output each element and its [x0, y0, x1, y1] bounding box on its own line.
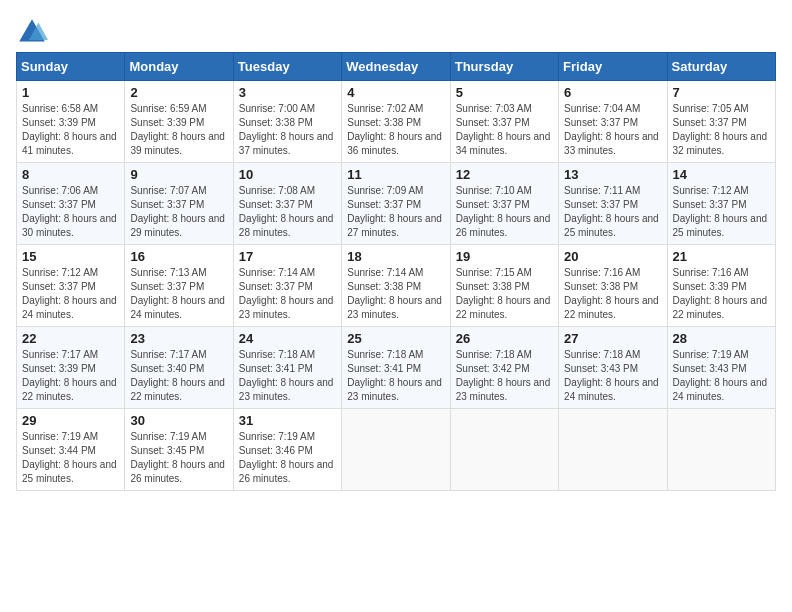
- day-info: Sunrise: 7:09 AMSunset: 3:37 PMDaylight:…: [347, 184, 444, 240]
- day-info: Sunrise: 7:04 AMSunset: 3:37 PMDaylight:…: [564, 102, 661, 158]
- day-info: Sunrise: 7:00 AMSunset: 3:38 PMDaylight:…: [239, 102, 336, 158]
- calendar-cell: 6Sunrise: 7:04 AMSunset: 3:37 PMDaylight…: [559, 81, 667, 163]
- calendar-cell: 10Sunrise: 7:08 AMSunset: 3:37 PMDayligh…: [233, 163, 341, 245]
- weekday-header-row: SundayMondayTuesdayWednesdayThursdayFrid…: [17, 53, 776, 81]
- day-info: Sunrise: 6:58 AMSunset: 3:39 PMDaylight:…: [22, 102, 119, 158]
- calendar-cell: 15Sunrise: 7:12 AMSunset: 3:37 PMDayligh…: [17, 245, 125, 327]
- day-info: Sunrise: 7:18 AMSunset: 3:41 PMDaylight:…: [239, 348, 336, 404]
- calendar-cell: 20Sunrise: 7:16 AMSunset: 3:38 PMDayligh…: [559, 245, 667, 327]
- day-info: Sunrise: 7:10 AMSunset: 3:37 PMDaylight:…: [456, 184, 553, 240]
- day-number: 18: [347, 249, 444, 264]
- logo: [16, 16, 54, 48]
- day-info: Sunrise: 7:08 AMSunset: 3:37 PMDaylight:…: [239, 184, 336, 240]
- calendar-cell: [667, 409, 775, 491]
- weekday-header-wednesday: Wednesday: [342, 53, 450, 81]
- day-info: Sunrise: 7:06 AMSunset: 3:37 PMDaylight:…: [22, 184, 119, 240]
- day-info: Sunrise: 7:19 AMSunset: 3:45 PMDaylight:…: [130, 430, 227, 486]
- calendar-week-row: 22Sunrise: 7:17 AMSunset: 3:39 PMDayligh…: [17, 327, 776, 409]
- day-info: Sunrise: 7:18 AMSunset: 3:42 PMDaylight:…: [456, 348, 553, 404]
- calendar-cell: 30Sunrise: 7:19 AMSunset: 3:45 PMDayligh…: [125, 409, 233, 491]
- calendar-cell: 17Sunrise: 7:14 AMSunset: 3:37 PMDayligh…: [233, 245, 341, 327]
- calendar-cell: 11Sunrise: 7:09 AMSunset: 3:37 PMDayligh…: [342, 163, 450, 245]
- day-info: Sunrise: 7:15 AMSunset: 3:38 PMDaylight:…: [456, 266, 553, 322]
- calendar-week-row: 15Sunrise: 7:12 AMSunset: 3:37 PMDayligh…: [17, 245, 776, 327]
- calendar-table: SundayMondayTuesdayWednesdayThursdayFrid…: [16, 52, 776, 491]
- day-info: Sunrise: 7:17 AMSunset: 3:40 PMDaylight:…: [130, 348, 227, 404]
- day-number: 9: [130, 167, 227, 182]
- day-info: Sunrise: 7:13 AMSunset: 3:37 PMDaylight:…: [130, 266, 227, 322]
- day-number: 22: [22, 331, 119, 346]
- calendar-cell: 28Sunrise: 7:19 AMSunset: 3:43 PMDayligh…: [667, 327, 775, 409]
- day-info: Sunrise: 7:19 AMSunset: 3:46 PMDaylight:…: [239, 430, 336, 486]
- header: [16, 16, 776, 48]
- day-number: 28: [673, 331, 770, 346]
- calendar-cell: 8Sunrise: 7:06 AMSunset: 3:37 PMDaylight…: [17, 163, 125, 245]
- day-info: Sunrise: 7:12 AMSunset: 3:37 PMDaylight:…: [673, 184, 770, 240]
- calendar-week-row: 8Sunrise: 7:06 AMSunset: 3:37 PMDaylight…: [17, 163, 776, 245]
- calendar-cell: 2Sunrise: 6:59 AMSunset: 3:39 PMDaylight…: [125, 81, 233, 163]
- day-info: Sunrise: 7:19 AMSunset: 3:44 PMDaylight:…: [22, 430, 119, 486]
- day-info: Sunrise: 7:16 AMSunset: 3:39 PMDaylight:…: [673, 266, 770, 322]
- day-number: 8: [22, 167, 119, 182]
- day-number: 25: [347, 331, 444, 346]
- day-info: Sunrise: 7:12 AMSunset: 3:37 PMDaylight:…: [22, 266, 119, 322]
- day-number: 7: [673, 85, 770, 100]
- calendar-cell: 19Sunrise: 7:15 AMSunset: 3:38 PMDayligh…: [450, 245, 558, 327]
- calendar-cell: 25Sunrise: 7:18 AMSunset: 3:41 PMDayligh…: [342, 327, 450, 409]
- day-info: Sunrise: 7:18 AMSunset: 3:41 PMDaylight:…: [347, 348, 444, 404]
- calendar-cell: [342, 409, 450, 491]
- day-number: 11: [347, 167, 444, 182]
- day-number: 24: [239, 331, 336, 346]
- calendar-cell: 16Sunrise: 7:13 AMSunset: 3:37 PMDayligh…: [125, 245, 233, 327]
- calendar-cell: 31Sunrise: 7:19 AMSunset: 3:46 PMDayligh…: [233, 409, 341, 491]
- day-number: 19: [456, 249, 553, 264]
- day-info: Sunrise: 7:03 AMSunset: 3:37 PMDaylight:…: [456, 102, 553, 158]
- day-info: Sunrise: 6:59 AMSunset: 3:39 PMDaylight:…: [130, 102, 227, 158]
- calendar-cell: 9Sunrise: 7:07 AMSunset: 3:37 PMDaylight…: [125, 163, 233, 245]
- day-info: Sunrise: 7:11 AMSunset: 3:37 PMDaylight:…: [564, 184, 661, 240]
- day-info: Sunrise: 7:18 AMSunset: 3:43 PMDaylight:…: [564, 348, 661, 404]
- weekday-header-saturday: Saturday: [667, 53, 775, 81]
- day-number: 30: [130, 413, 227, 428]
- day-number: 2: [130, 85, 227, 100]
- calendar-cell: 22Sunrise: 7:17 AMSunset: 3:39 PMDayligh…: [17, 327, 125, 409]
- calendar-week-row: 29Sunrise: 7:19 AMSunset: 3:44 PMDayligh…: [17, 409, 776, 491]
- weekday-header-friday: Friday: [559, 53, 667, 81]
- logo-icon: [16, 16, 48, 48]
- weekday-header-monday: Monday: [125, 53, 233, 81]
- day-number: 21: [673, 249, 770, 264]
- day-info: Sunrise: 7:05 AMSunset: 3:37 PMDaylight:…: [673, 102, 770, 158]
- calendar-cell: 5Sunrise: 7:03 AMSunset: 3:37 PMDaylight…: [450, 81, 558, 163]
- day-info: Sunrise: 7:19 AMSunset: 3:43 PMDaylight:…: [673, 348, 770, 404]
- day-number: 20: [564, 249, 661, 264]
- calendar-cell: 27Sunrise: 7:18 AMSunset: 3:43 PMDayligh…: [559, 327, 667, 409]
- day-number: 23: [130, 331, 227, 346]
- day-number: 1: [22, 85, 119, 100]
- day-info: Sunrise: 7:02 AMSunset: 3:38 PMDaylight:…: [347, 102, 444, 158]
- calendar-cell: 26Sunrise: 7:18 AMSunset: 3:42 PMDayligh…: [450, 327, 558, 409]
- day-number: 31: [239, 413, 336, 428]
- day-number: 10: [239, 167, 336, 182]
- calendar-cell: 29Sunrise: 7:19 AMSunset: 3:44 PMDayligh…: [17, 409, 125, 491]
- calendar-cell: [450, 409, 558, 491]
- day-info: Sunrise: 7:14 AMSunset: 3:37 PMDaylight:…: [239, 266, 336, 322]
- day-number: 17: [239, 249, 336, 264]
- calendar-cell: 24Sunrise: 7:18 AMSunset: 3:41 PMDayligh…: [233, 327, 341, 409]
- day-number: 12: [456, 167, 553, 182]
- calendar-cell: 21Sunrise: 7:16 AMSunset: 3:39 PMDayligh…: [667, 245, 775, 327]
- day-number: 29: [22, 413, 119, 428]
- day-number: 3: [239, 85, 336, 100]
- day-info: Sunrise: 7:17 AMSunset: 3:39 PMDaylight:…: [22, 348, 119, 404]
- day-number: 13: [564, 167, 661, 182]
- calendar-cell: 18Sunrise: 7:14 AMSunset: 3:38 PMDayligh…: [342, 245, 450, 327]
- calendar-cell: [559, 409, 667, 491]
- calendar-cell: 13Sunrise: 7:11 AMSunset: 3:37 PMDayligh…: [559, 163, 667, 245]
- calendar-cell: 1Sunrise: 6:58 AMSunset: 3:39 PMDaylight…: [17, 81, 125, 163]
- day-number: 15: [22, 249, 119, 264]
- day-info: Sunrise: 7:16 AMSunset: 3:38 PMDaylight:…: [564, 266, 661, 322]
- day-number: 26: [456, 331, 553, 346]
- calendar-cell: 7Sunrise: 7:05 AMSunset: 3:37 PMDaylight…: [667, 81, 775, 163]
- day-number: 4: [347, 85, 444, 100]
- day-number: 5: [456, 85, 553, 100]
- calendar-week-row: 1Sunrise: 6:58 AMSunset: 3:39 PMDaylight…: [17, 81, 776, 163]
